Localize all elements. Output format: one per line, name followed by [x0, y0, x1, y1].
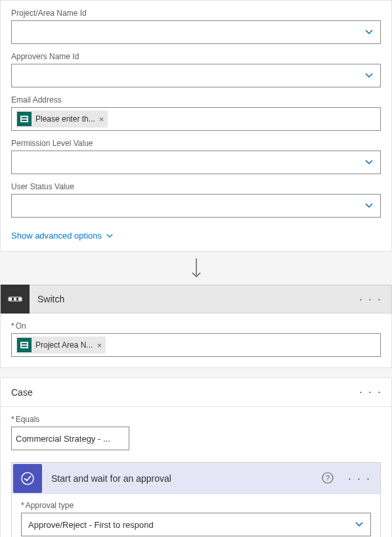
action-config-panel: Project/Area Name Id Approvers Name Id E…: [0, 0, 392, 252]
switch-header[interactable]: Switch · · ·: [0, 285, 392, 314]
forms-icon: [17, 338, 32, 352]
svg-rect-9: [22, 343, 27, 344]
svg-rect-2: [22, 120, 27, 121]
chevron-down-icon: [364, 28, 374, 37]
switch-icon: [1, 285, 30, 314]
svg-text:?: ?: [326, 474, 330, 482]
svg-rect-6: [14, 298, 16, 300]
field-project-area: Project/Area Name Id: [11, 9, 381, 44]
switch-on-input[interactable]: Project Area N... ×: [11, 333, 381, 357]
approval-body: *Approval type Approve/Reject - First to…: [12, 494, 380, 537]
case-equals-input[interactable]: Commercial Strategy - ...: [11, 427, 129, 450]
case-menu-button[interactable]: · · ·: [350, 385, 391, 399]
switch-step: Switch · · · *On Project Area N... ×: [0, 285, 392, 368]
project-area-select[interactable]: [11, 20, 381, 44]
approval-title: Start and wait for an approval: [43, 473, 316, 484]
approval-type-select[interactable]: Approve/Reject - First to respond: [21, 513, 371, 536]
permission-select[interactable]: [11, 151, 381, 174]
field-permission: Permission Level Value: [11, 139, 381, 174]
project-area-label: Project/Area Name Id: [11, 9, 381, 18]
approval-type-label: *Approval type: [21, 501, 371, 510]
permission-label: Permission Level Value: [11, 139, 381, 148]
dynamic-content-token[interactable]: Project Area N... ×: [16, 337, 106, 354]
approvers-label: Approvers Name Id: [11, 52, 381, 61]
field-user-status: User Status Value: [11, 182, 381, 218]
token-remove-icon[interactable]: ×: [97, 340, 102, 350]
chevron-down-icon: [364, 201, 374, 210]
email-label: Email Address: [11, 95, 381, 105]
switch-title: Switch: [30, 294, 350, 304]
svg-rect-7: [18, 298, 21, 300]
case-header[interactable]: Case · · ·: [1, 378, 391, 407]
approval-icon: [13, 464, 42, 493]
help-icon[interactable]: ?: [316, 472, 339, 486]
field-approvers: Approvers Name Id: [11, 52, 381, 87]
approval-action: Start and wait for an approval ? · · · *…: [11, 462, 381, 537]
case-equals-label: *Equals: [11, 415, 381, 424]
email-input[interactable]: Please enter th... ×: [11, 107, 381, 131]
token-label: Project Area N...: [35, 340, 93, 350]
chevron-down-icon: [364, 71, 374, 80]
chevron-down-icon: [364, 158, 374, 167]
case-step: Case · · · *Equals Commercial Strategy -…: [0, 377, 392, 537]
case-title: Case: [1, 387, 350, 398]
case-equals-value: Commercial Strategy - ...: [16, 434, 110, 444]
svg-rect-1: [22, 117, 27, 118]
svg-rect-5: [9, 298, 12, 300]
user-status-label: User Status Value: [11, 182, 381, 191]
advanced-link-text: Show advanced options: [11, 231, 102, 241]
switch-on-label: *On: [11, 321, 381, 331]
forms-icon: [17, 112, 32, 126]
approval-type-value: Approve/Reject - First to respond: [28, 520, 154, 530]
switch-menu-button[interactable]: · · ·: [350, 292, 391, 306]
svg-point-11: [22, 473, 33, 484]
approvers-select[interactable]: [11, 64, 381, 87]
token-remove-icon[interactable]: ×: [99, 114, 104, 124]
approval-menu-button[interactable]: · · ·: [339, 472, 380, 486]
field-email: Email Address Please enter th... ×: [11, 95, 381, 131]
case-body: *Equals Commercial Strategy - ... Start …: [1, 407, 391, 537]
approval-header[interactable]: Start and wait for an approval ? · · ·: [12, 463, 380, 494]
dynamic-content-token[interactable]: Please enter th... ×: [16, 110, 108, 128]
svg-rect-0: [20, 116, 28, 122]
svg-rect-10: [22, 346, 27, 347]
svg-rect-8: [20, 342, 28, 348]
flow-connector-arrow: [0, 252, 392, 285]
show-advanced-options-link[interactable]: Show advanced options: [11, 231, 114, 241]
chevron-down-icon: [355, 520, 364, 529]
chevron-down-icon: [106, 232, 114, 240]
switch-body: *On Project Area N... ×: [0, 314, 392, 368]
token-label: Please enter th...: [35, 114, 95, 124]
user-status-select[interactable]: [11, 194, 381, 218]
